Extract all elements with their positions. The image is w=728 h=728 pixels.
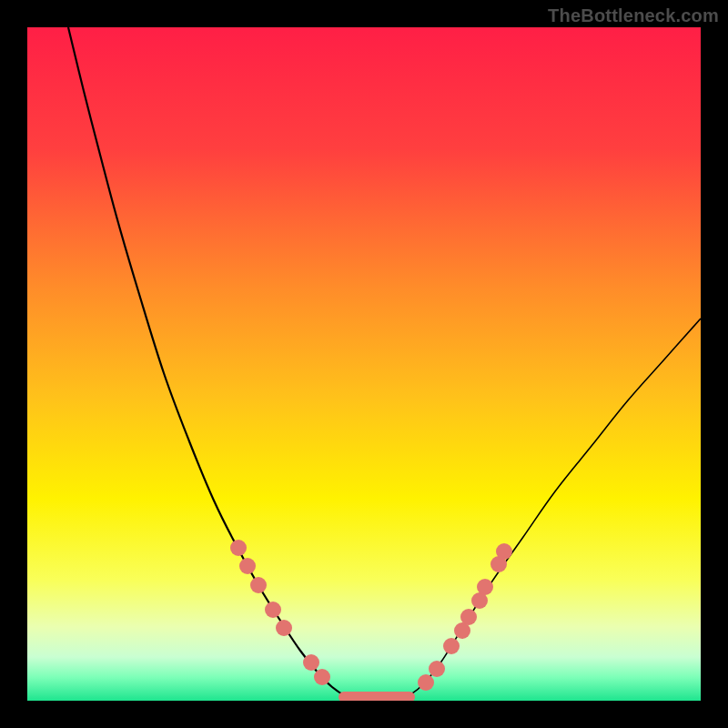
- data-marker: [239, 558, 256, 574]
- chart-frame: TheBottleneck.com: [0, 0, 728, 728]
- data-marker: [418, 674, 434, 691]
- data-marker: [443, 638, 460, 654]
- data-marker: [496, 543, 512, 560]
- data-marker: [314, 669, 330, 685]
- data-marker: [303, 654, 319, 671]
- data-marker: [265, 602, 281, 618]
- series-left-curve: [68, 27, 355, 699]
- data-marker: [429, 661, 445, 677]
- data-marker: [250, 577, 267, 593]
- data-marker: [477, 579, 493, 595]
- watermark-text: TheBottleneck.com: [548, 5, 719, 26]
- plot-area: [27, 27, 701, 701]
- curve-layer: [27, 27, 701, 701]
- data-marker: [460, 609, 477, 625]
- data-marker: [230, 540, 247, 556]
- data-marker: [276, 620, 292, 636]
